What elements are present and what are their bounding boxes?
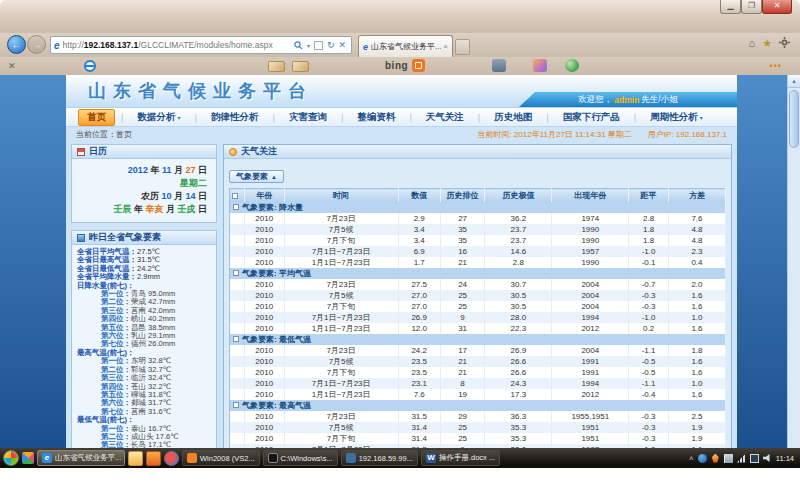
checkbox[interactable] — [233, 270, 239, 276]
taskbar-button[interactable]: W操作手册.docx ... — [421, 450, 500, 466]
current-time-text: 当前时间: 2012年11月27日 11:14:31 星期二 — [477, 129, 631, 140]
checkbox[interactable] — [233, 336, 239, 342]
nav-item[interactable]: 数据分析▾ — [129, 110, 188, 125]
refresh-icon[interactable]: ↻ — [327, 40, 335, 50]
table-row[interactable]: 20107月1日~7月23日6.91614.61957-1.02.3 — [230, 246, 726, 257]
address-bar[interactable]: e http://192.168.137.1/GLCCLIMATE/module… — [50, 36, 352, 54]
table-row[interactable]: 20107月下旬27.02530.52004-0.31.6 — [230, 301, 726, 312]
table-row[interactable]: 20101月1日~7月23日7.61917.32012-0.41.6 — [230, 389, 726, 400]
checkbox[interactable] — [233, 402, 239, 408]
table-row[interactable]: 20107月下旬3.43523.719901.84.8 — [230, 235, 726, 246]
scroll-up-icon[interactable]: ▲ — [788, 75, 800, 88]
blocked-icon[interactable] — [84, 60, 96, 72]
app-icon[interactable] — [146, 451, 161, 466]
table-row[interactable]: 20107月1日~7月23日26.9928.01994-1.01.0 — [230, 312, 726, 323]
taskbar-clock[interactable]: 11:14 — [776, 454, 794, 463]
nav-item[interactable]: 国家下行产品 — [555, 110, 628, 125]
action-center-flag-icon[interactable] — [724, 454, 733, 463]
display-icon[interactable] — [750, 454, 759, 463]
nav-item[interactable]: 整编资料 — [349, 110, 403, 125]
quick-launch-icon[interactable] — [22, 452, 34, 464]
table-row[interactable]: 20107月5候27.02530.52004-0.31.6 — [230, 290, 726, 301]
nav-item[interactable]: 天气关注 — [418, 110, 472, 125]
start-button[interactable] — [3, 450, 19, 466]
group-row[interactable]: 气象要素: 最低气温 — [230, 334, 726, 345]
search-icon[interactable] — [294, 41, 303, 50]
card-icon-1[interactable] — [268, 61, 285, 72]
cell: 0.2 — [629, 323, 669, 334]
vertical-scrollbar[interactable]: ▲ — [787, 75, 800, 448]
close-bar-icon[interactable]: ✕ — [8, 61, 16, 71]
magic-tool-icon[interactable] — [533, 59, 547, 72]
cell: 1951 — [552, 433, 629, 444]
group-row[interactable]: 气象要素: 降水量 — [230, 202, 726, 213]
table-row[interactable]: 20107月下旬23.52126.61991-0.51.6 — [230, 367, 726, 378]
browser-tab[interactable]: e 山东省气候业务平... × — [358, 35, 453, 57]
bing-search-logo[interactable]: bing — [385, 59, 425, 72]
cell: 7月下旬 — [284, 433, 398, 444]
tray-app-icon[interactable] — [698, 454, 707, 463]
flame-icon[interactable] — [711, 454, 720, 463]
card-icon-2[interactable] — [292, 61, 309, 72]
globe-icon[interactable] — [565, 59, 579, 72]
cell: 27.5 — [398, 279, 440, 290]
close-button[interactable]: ✕ — [762, 0, 792, 14]
weather-table-body: 气象要素: 降水量20107月23日2.92736.219742.87.6201… — [230, 202, 726, 449]
taskbar-button[interactable]: C:\Windows\s... — [263, 450, 338, 466]
compatibility-view-icon[interactable] — [314, 41, 323, 50]
group-row[interactable]: 气象要素: 平均气温 — [230, 268, 726, 279]
scrollbar-thumb[interactable] — [789, 90, 799, 148]
maximize-button[interactable]: ❐ — [741, 0, 762, 14]
cell: 24.2 — [398, 345, 440, 356]
folder-icon[interactable] — [128, 451, 143, 466]
checkbox[interactable] — [233, 204, 239, 210]
taskbar-button[interactable]: 192.168.59.99... — [341, 450, 418, 466]
element-filter-button[interactable]: 气象要素 ▲ — [229, 170, 284, 183]
rank-value: 莒南 31.6℃ — [131, 407, 171, 416]
cell: -0.7 — [629, 279, 669, 290]
home-icon[interactable]: ⌂ — [748, 37, 755, 50]
group-name: 气象要素: 最低气温 — [242, 335, 311, 344]
table-row[interactable]: 20101月1日~7月23日12.03122.320120.21.6 — [230, 323, 726, 334]
table-row[interactable]: 20107月5候23.52126.61991-0.51.6 — [230, 356, 726, 367]
favorites-star-icon[interactable]: ★ — [762, 37, 772, 50]
breadcrumb: 当前位置：首页 — [76, 129, 132, 140]
forward-button[interactable]: → — [27, 35, 46, 54]
table-row[interactable]: 20107月1日~7月23日23.1824.31994-1.11.0 — [230, 378, 726, 389]
nav-item[interactable]: 首页 — [78, 109, 115, 126]
cell: 1.8 — [629, 224, 669, 235]
cell: 7月5候 — [284, 224, 398, 235]
table-row[interactable]: 20107月23日2.92736.219742.87.6 — [230, 213, 726, 224]
media-icon[interactable] — [164, 451, 179, 466]
nav-item[interactable]: 灾害查询 — [281, 110, 335, 125]
table-row[interactable]: 20107月23日31.52936.31955,1951-0.32.5 — [230, 411, 726, 422]
tray-expand-icon[interactable]: ˄ — [689, 454, 694, 463]
nav-item[interactable]: 韵律性分析 — [203, 110, 267, 125]
new-tab-button[interactable] — [455, 39, 470, 55]
checkbox[interactable] — [232, 193, 238, 199]
stop-icon[interactable]: ✕ — [338, 40, 346, 50]
table-row[interactable]: 20107月5候31.42535.31951-0.31.9 — [230, 422, 726, 433]
cell: 2010 — [244, 257, 284, 268]
group-row[interactable]: 气象要素: 最高气温 — [230, 400, 726, 411]
minimize-button[interactable]: ▁ — [720, 0, 741, 14]
table-row[interactable]: 20107月下旬31.42535.31951-0.31.9 — [230, 433, 726, 444]
nav-item[interactable]: 历史地图 — [486, 110, 540, 125]
screen: ▁ ❐ ✕ ← → e http://192.168.137.1/GLCCLIM… — [0, 0, 800, 500]
table-row[interactable]: 20107月23日27.52430.72004-0.72.0 — [230, 279, 726, 290]
chevron-down-icon[interactable]: ▾ — [307, 42, 310, 49]
nav-item[interactable]: 周期性分析▾ — [642, 110, 711, 125]
taskbar-button[interactable]: e山东省气候业务平... — [37, 450, 125, 466]
nav-separator: | — [194, 112, 196, 123]
taskbar-button[interactable]: Win2008 (VS2... — [182, 450, 260, 466]
settings-gear-icon[interactable] — [779, 37, 790, 48]
more-dots-icon[interactable]: ••• — [770, 61, 782, 71]
table-row[interactable]: 20107月5候3.43523.719901.84.8 — [230, 224, 726, 235]
back-button[interactable]: ← — [7, 35, 26, 54]
table-row[interactable]: 20107月23日24.21726.92004-1.11.8 — [230, 345, 726, 356]
network-icon[interactable] — [737, 454, 746, 463]
speaker-icon[interactable] — [763, 454, 772, 463]
tab-close-icon[interactable]: × — [443, 42, 448, 51]
camera-icon[interactable] — [492, 59, 506, 72]
table-row[interactable]: 20101月1日~7月23日1.7212.81990-0.10.4 — [230, 257, 726, 268]
